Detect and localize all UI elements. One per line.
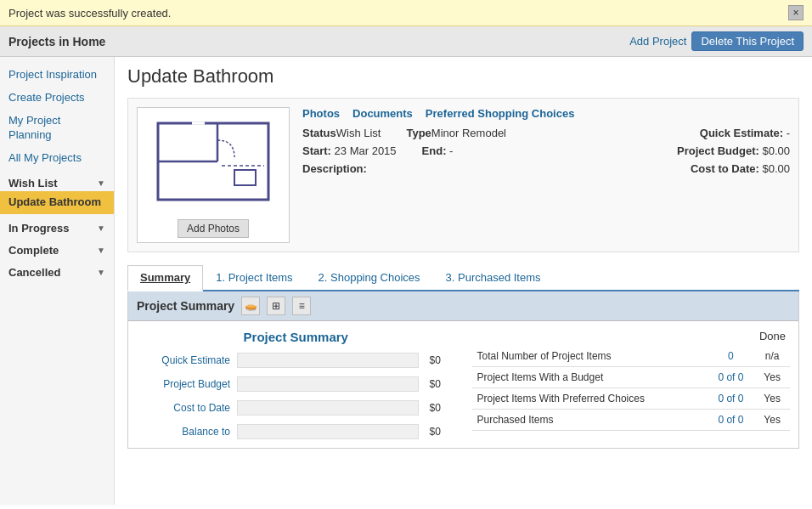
quick-estimate-field: Quick Estimate: - [700, 127, 790, 139]
project-photo-block: Add Photos [137, 107, 290, 243]
chart-row-quick-estimate: Quick Estimate $0 [137, 353, 455, 368]
stats-done-3: Yes [754, 410, 790, 431]
add-project-button[interactable]: Add Project [629, 31, 686, 51]
quick-estimate-value: - [787, 127, 790, 139]
stats-row-0: Total Number of Project Items 0 n/a [472, 346, 791, 367]
add-photos-button[interactable]: Add Photos [178, 219, 249, 238]
notification-bar: Project was successfully created. × [0, 0, 812, 26]
chart-label-cost-to-date: Cost to Date [137, 402, 230, 414]
stats-row-1: Project Items With a Budget 0 of 0 Yes [472, 367, 791, 388]
photos-tab-link[interactable]: Photos [302, 107, 340, 120]
pie-chart-icon[interactable]: 🥧 [241, 297, 260, 315]
start-field: Start: 23 Mar 2015 [302, 144, 397, 157]
project-budget-field: Project Budget: $0.00 [677, 144, 790, 157]
sidebar-section-cancelled[interactable]: Cancelled ▼ [0, 262, 114, 280]
sidebar-section-in-progress[interactable]: In Progress ▼ [0, 218, 114, 236]
chart-value-project-budget: $0 [430, 378, 455, 390]
cancelled-arrow-icon: ▼ [97, 268, 105, 277]
sidebar-item-create-projects[interactable]: Create Projects [0, 87, 114, 110]
summary-content: Project Summary Quick Estimate $0 Projec… [128, 321, 798, 448]
summary-panel-title: Project Summary [137, 299, 234, 313]
header-actions: Add Project Delete This Project [629, 31, 804, 51]
notification-text: Project was successfully created. [8, 7, 171, 20]
in-progress-arrow-icon: ▼ [97, 223, 105, 233]
project-budget-label: Project Budget: [677, 144, 759, 157]
stats-row-3: Purchased Items 0 of 0 Yes [472, 410, 791, 431]
tab-shopping-choices[interactable]: 2. Shopping Choices [306, 265, 433, 290]
wish-list-arrow-icon: ▼ [97, 178, 105, 188]
chart-bar-balance-to [237, 424, 419, 439]
project-tab-links: Photos Documents Preferred Shopping Choi… [302, 107, 790, 120]
stats-count-2: 0 of 0 [708, 388, 755, 410]
stats-label-1: Project Items With a Budget [472, 367, 708, 388]
end-label: End: [422, 144, 447, 157]
chart-label-project-budget: Project Budget [137, 378, 230, 390]
sidebar-item-update-bathroom[interactable]: Update Bathroom [0, 191, 114, 214]
type-field: TypeMinor Remodel [406, 127, 506, 139]
sidebar-item-my-project-planning[interactable]: My Project Planning [0, 110, 114, 147]
chart-value-balance-to: $0 [430, 426, 455, 438]
stats-label-0: Total Number of Project Items [472, 346, 708, 367]
stats-table: Total Number of Project Items 0 n/a Proj… [472, 346, 791, 431]
delete-project-button[interactable]: Delete This Project [691, 31, 804, 51]
stats-label-2: Project Items With Preferred Choices [472, 388, 708, 410]
status-value: Wish List [336, 127, 381, 139]
sidebar-section-wish-list[interactable]: Wish List ▼ [0, 172, 114, 191]
cost-to-date-field: Cost to Date: $0.00 [691, 162, 790, 175]
done-header: Done [472, 330, 791, 342]
summary-tabs: Summary 1. Project Items 2. Shopping Cho… [127, 265, 799, 291]
stats-count-0: 0 [708, 346, 755, 367]
description-label: Description: [302, 162, 367, 175]
tab-summary[interactable]: Summary [127, 265, 203, 291]
chart-label-balance-to: Balance to [137, 426, 230, 438]
svg-rect-3 [234, 170, 256, 185]
type-value: Minor Remodel [431, 127, 506, 139]
tab-purchased-items[interactable]: 3. Purchased Items [433, 265, 554, 290]
content-area: Update Bathroom [115, 57, 812, 505]
summary-panel: Project Summary 🥧 ⊞ ≡ Project Summary Qu… [127, 291, 799, 449]
stats-count-1: 0 of 0 [708, 367, 755, 388]
stats-done-1: Yes [754, 367, 790, 388]
project-details: Photos Documents Preferred Shopping Choi… [302, 107, 790, 243]
sidebar-item-all-my-projects[interactable]: All My Projects [0, 147, 114, 170]
quick-estimate-label: Quick Estimate: [700, 127, 783, 139]
stats-done-2: Yes [754, 388, 790, 410]
complete-arrow-icon: ▼ [97, 246, 105, 255]
chart-bar-cost-to-date [237, 400, 419, 416]
type-label: Type [406, 127, 431, 139]
sidebar: Project Inspiration Create Projects My P… [0, 57, 115, 505]
stats-done-0: n/a [754, 346, 790, 367]
chart-bar-project-budget [237, 376, 419, 392]
preferred-shopping-choices-tab-link[interactable]: Preferred Shopping Choices [426, 107, 575, 120]
list-icon[interactable]: ≡ [292, 297, 311, 315]
chart-row-balance-to: Balance to $0 [137, 424, 455, 439]
chart-row-project-budget: Project Budget $0 [137, 376, 455, 392]
chart-row-cost-to-date: Cost to Date $0 [137, 400, 455, 416]
project-budget-value: $0.00 [762, 144, 790, 157]
floor-plan-image [149, 112, 277, 219]
start-value: 23 Mar 2015 [335, 144, 397, 157]
sidebar-section-complete[interactable]: Complete ▼ [0, 240, 114, 258]
documents-tab-link[interactable]: Documents [352, 107, 413, 120]
cost-to-date-label: Cost to Date: [691, 162, 759, 175]
grid-icon[interactable]: ⊞ [267, 297, 285, 315]
tab-project-items[interactable]: 1. Project Items [203, 265, 305, 290]
chart-rows: Quick Estimate $0 Project Budget $0 [137, 353, 455, 439]
project-info: Add Photos Photos Documents Preferred Sh… [127, 98, 799, 252]
end-field: End: - [422, 144, 454, 157]
close-icon[interactable]: × [788, 5, 804, 20]
header-title: Projects in Home [8, 35, 105, 48]
description-field: Description: [302, 162, 367, 175]
chart-label-quick-estimate: Quick Estimate [137, 354, 230, 366]
status-field: StatusWish List [302, 127, 381, 139]
stats-section: Done Total Number of Project Items 0 n/a… [472, 330, 791, 439]
start-label: Start: [302, 144, 331, 157]
chart-title: Project Summary [137, 330, 455, 344]
sidebar-item-project-inspiration[interactable]: Project Inspiration [0, 64, 114, 87]
summary-panel-header: Project Summary 🥧 ⊞ ≡ [128, 291, 798, 321]
stats-count-3: 0 of 0 [708, 410, 755, 431]
status-label: Status [302, 127, 336, 139]
cost-to-date-value: $0.00 [762, 162, 790, 175]
stats-row-2: Project Items With Preferred Choices 0 o… [472, 388, 791, 410]
chart-value-cost-to-date: $0 [430, 402, 455, 414]
